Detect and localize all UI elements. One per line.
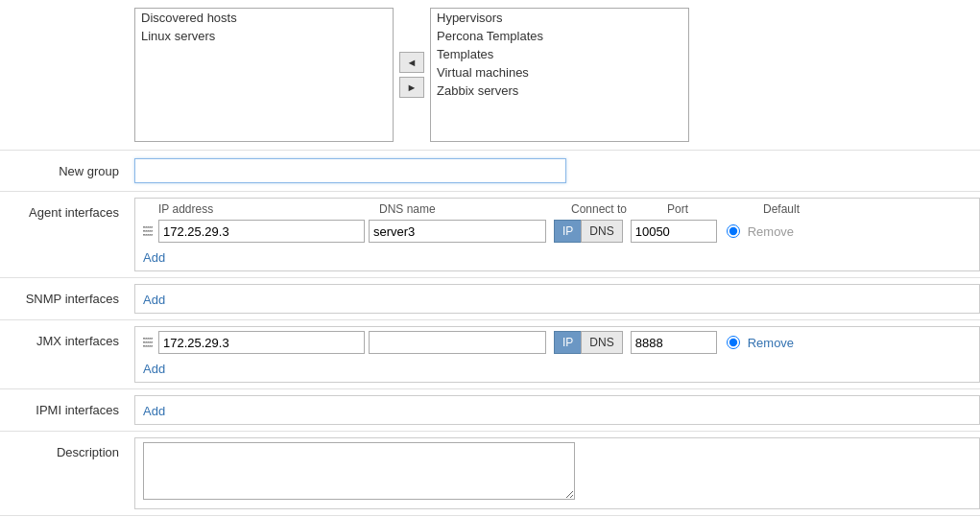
jmx-interfaces-content: IP DNS Remove Add <box>134 326 980 383</box>
drag-line <box>143 338 153 340</box>
list-item[interactable]: Hypervisors <box>431 9 688 27</box>
snmp-interfaces-label: SNMP interfaces <box>0 284 134 306</box>
jmx-add-link[interactable]: Add <box>143 362 165 376</box>
agent-dns-input[interactable] <box>369 220 546 243</box>
selected-groups-list[interactable]: Hypervisors Percona Templates Templates … <box>430 8 689 142</box>
list-item[interactable]: Percona Templates <box>431 27 688 45</box>
description-row: Description <box>0 432 980 516</box>
agent-interfaces-label: Agent interfaces <box>0 198 134 220</box>
drag-line <box>143 230 153 232</box>
header-connect-to: Connect to <box>571 202 667 216</box>
move-right-button[interactable]: ► <box>399 77 424 98</box>
header-default: Default <box>763 202 840 216</box>
drag-line <box>143 234 153 236</box>
drag-line <box>143 226 153 228</box>
snmp-interfaces-content: Add <box>134 284 980 314</box>
page-container: Discovered hosts Linux servers ◄ ► Hyper… <box>0 0 980 517</box>
jmx-ip-input[interactable] <box>158 331 365 354</box>
description-label: Description <box>0 437 134 459</box>
groups-label <box>0 8 134 142</box>
description-content <box>134 437 980 509</box>
jmx-interfaces-row: JMX interfaces IP DNS Remove Add <box>0 320 980 389</box>
connect-buttons: IP DNS <box>554 220 623 243</box>
agent-interface-entry: IP DNS Remove <box>143 220 971 243</box>
jmx-interface-entry: IP DNS Remove <box>143 331 971 354</box>
available-groups-list[interactable]: Discovered hosts Linux servers <box>134 8 394 142</box>
snmp-interfaces-row: SNMP interfaces Add <box>0 278 980 320</box>
agent-interfaces-header: IP address DNS name Connect to Port Defa… <box>143 202 971 216</box>
ipmi-interfaces-row: IPMI interfaces Add <box>0 389 980 432</box>
new-group-label: New group <box>0 164 134 178</box>
agent-interfaces-row: Agent interfaces IP address DNS name Con… <box>0 192 980 278</box>
jmx-default-radio[interactable] <box>727 336 740 349</box>
jmx-port-input[interactable] <box>631 331 717 354</box>
groups-content: Discovered hosts Linux servers ◄ ► Hyper… <box>134 8 980 142</box>
agent-port-input[interactable] <box>631 220 717 243</box>
drag-line <box>143 345 153 347</box>
header-dns-name: DNS name <box>379 202 571 216</box>
connect-ip-button[interactable]: IP <box>554 220 581 243</box>
list-item[interactable]: Templates <box>431 45 688 63</box>
list-item[interactable]: Virtual machines <box>431 63 688 82</box>
list-item[interactable]: Zabbix servers <box>431 82 688 100</box>
arrow-buttons-container: ◄ ► <box>394 8 430 142</box>
agent-default-radio[interactable] <box>727 224 740 238</box>
agent-ip-input[interactable] <box>158 220 365 243</box>
agent-remove-link[interactable]: Remove <box>748 224 794 239</box>
new-group-row: New group <box>0 151 980 192</box>
description-textarea[interactable] <box>143 442 575 500</box>
snmp-add-link[interactable]: Add <box>143 293 165 307</box>
groups-section: Discovered hosts Linux servers ◄ ► Hyper… <box>0 0 980 151</box>
ipmi-interfaces-label: IPMI interfaces <box>0 395 134 417</box>
header-ip-address: IP address <box>158 202 379 216</box>
new-group-input[interactable] <box>134 158 566 183</box>
move-left-button[interactable]: ◄ <box>399 52 424 73</box>
list-item[interactable]: Discovered hosts <box>135 9 393 27</box>
jmx-connect-buttons: IP DNS <box>554 331 623 354</box>
jmx-connect-dns-button[interactable]: DNS <box>581 331 622 354</box>
list-item[interactable]: Linux servers <box>135 27 393 45</box>
drag-handle[interactable] <box>143 222 156 241</box>
jmx-remove-link[interactable]: Remove <box>748 336 794 350</box>
jmx-dns-input[interactable] <box>369 331 546 354</box>
ipmi-interfaces-content: Add <box>134 395 980 425</box>
jmx-connect-ip-button[interactable]: IP <box>554 331 581 354</box>
ipmi-add-link[interactable]: Add <box>143 404 165 418</box>
connect-dns-button[interactable]: DNS <box>581 220 622 243</box>
agent-interfaces-content: IP address DNS name Connect to Port Defa… <box>134 198 980 271</box>
header-port: Port <box>667 202 763 216</box>
drag-line <box>143 341 153 343</box>
agent-add-link[interactable]: Add <box>143 250 165 265</box>
jmx-interfaces-label: JMX interfaces <box>0 326 134 348</box>
jmx-drag-handle[interactable] <box>143 333 156 352</box>
